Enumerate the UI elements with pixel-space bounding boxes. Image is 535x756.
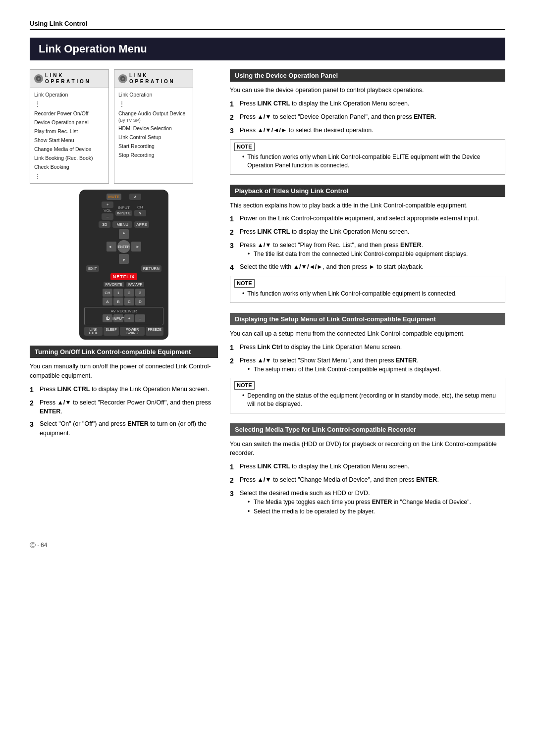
menu-panel-2: L I N K O P E R A T I O N Link Operation…	[114, 69, 193, 184]
menu-panel-1: L I N K O P E R A T I O N Link Operation…	[30, 69, 109, 184]
remote-container: MUTE ∧ + VOL – INPUT INPUT E	[30, 190, 218, 340]
menu-item: Link Operation	[30, 90, 108, 99]
power-swing-button[interactable]: POWER SWING	[120, 327, 145, 336]
num-2-button[interactable]: 2	[124, 289, 134, 297]
mute-button[interactable]: MUTE	[107, 194, 122, 200]
dpad-left-button[interactable]: ◄	[107, 242, 116, 252]
playback-step-2: 2 Press LINK CTRL to display the Link Op…	[230, 227, 505, 238]
turning-step-1: 1 Press LINK CTRL to display the Link Op…	[30, 385, 218, 395]
menu-panels-container: L I N K O P E R A T I O N Link Operation…	[30, 69, 218, 184]
section-title: Using Link Control	[30, 20, 505, 30]
menu-item: Check Booking	[30, 162, 108, 171]
menu-button[interactable]: MENU	[112, 221, 132, 228]
setup-step-1: 1 Press Link Ctrl to display the Link Op…	[230, 343, 505, 353]
playback-title: Playback of Titles Using Link Control	[230, 185, 505, 197]
num-3-button[interactable]: 3	[135, 289, 145, 297]
menu-panel-2-header: L I N K O P E R A T I O N	[114, 70, 193, 88]
abcd-row: A B C D	[84, 298, 163, 305]
turning-onoff-section: Turning On/Off Link Control-compatible E…	[30, 346, 218, 438]
av-input-button[interactable]: INPUT	[113, 314, 123, 322]
remote-control: MUTE ∧ + VOL – INPUT INPUT E	[79, 190, 168, 340]
page-footer: Ⓔ · 64	[30, 541, 505, 550]
playback-intro: This section explains how to play back a…	[230, 201, 505, 210]
playback-step-3-note: The title list data from the connected L…	[240, 250, 468, 258]
playback-step-1: 1 Power on the Link Control-compatible e…	[230, 214, 505, 224]
right-column: Using the Device Operation Panel You can…	[230, 69, 505, 526]
av-plus-button[interactable]: +	[124, 314, 134, 322]
media-step-3: 3 Select the desired media such as HDD o…	[230, 489, 505, 516]
ch-up-button[interactable]: ∧	[129, 194, 141, 200]
enter-button[interactable]: ENTER	[117, 240, 130, 253]
av-receiver-buttons: ⏻ INPUT + –	[87, 314, 161, 322]
device-step-3: 3 Press ▲/▼/◄/► to select the desired op…	[230, 126, 505, 136]
menu-apps-row: 3D MENU APPS	[84, 221, 163, 228]
d-button[interactable]: D	[135, 298, 145, 305]
setup-step-2: 2 Press ▲/▼ to select "Show Start Menu",…	[230, 356, 505, 375]
menu-item: Link Operation	[114, 90, 193, 99]
menu-item: Stop Recording	[114, 151, 193, 159]
media-step-1: 1 Press LINK CTRL to display the Link Op…	[230, 462, 505, 472]
media-step-3-note-b: Select the media to be operated by the p…	[240, 507, 471, 516]
fav-app-button[interactable]: FAV APP	[126, 282, 144, 287]
menu-item-dots-bottom: ⋮	[30, 171, 108, 181]
ch-down-button[interactable]: ∨	[134, 210, 146, 216]
menu-item-sub: (By TV SP)	[114, 118, 193, 124]
apps-button[interactable]: APPS	[134, 221, 149, 228]
menu-item-dots: ⋮	[114, 99, 193, 109]
dpad-right-button[interactable]: ►	[131, 242, 141, 252]
menu-item: Play from Rec. List	[30, 127, 108, 136]
av-minus-button[interactable]: –	[135, 314, 145, 322]
menu-panel-1-items: Link Operation ⋮ Recorder Power On/Off D…	[30, 88, 108, 183]
exit-button[interactable]: EXIT	[86, 265, 99, 272]
menu-item: Link Booking (Rec. Book)	[30, 153, 108, 162]
3d-button[interactable]: 3D	[99, 221, 110, 228]
svg-point-3	[122, 78, 124, 80]
page-header: Using Link Control	[30, 20, 505, 30]
playback-step-4: 4 Select the title with ▲/▼/◄/►, and the…	[230, 262, 505, 273]
turning-onoff-title: Turning On/Off Link Control-compatible E…	[30, 346, 218, 358]
device-panel-note: NOTE This function works only when Link …	[230, 139, 505, 175]
favorite-row: FAVORITE FAV APP	[84, 282, 163, 287]
c-button[interactable]: C	[124, 298, 134, 305]
menu-item: Start Recording	[114, 142, 193, 151]
av-receiver-label: AV RECEIVER	[87, 309, 161, 313]
setup-menu-note: NOTE Depending on the status of the equi…	[230, 378, 505, 413]
ch-button[interactable]: CH	[103, 289, 112, 297]
av-power-button[interactable]: ⏻	[103, 314, 112, 322]
menu-item: Change Media of Device	[30, 145, 108, 153]
a-button[interactable]: A	[103, 298, 112, 305]
return-button[interactable]: RETURN	[141, 265, 161, 272]
playback-note: NOTE This function works only when Link …	[230, 276, 505, 303]
netflix-button[interactable]: NETFLIX	[110, 273, 138, 280]
media-type-section: Selecting Media Type for Link Control-co…	[230, 423, 505, 517]
media-type-intro: You can switch the media (HDD or DVD) fo…	[230, 440, 505, 458]
media-type-title: Selecting Media Type for Link Control-co…	[230, 423, 505, 436]
menu-item: Recorder Power On/Off	[30, 109, 108, 118]
main-title: Link Operation Menu	[30, 38, 505, 60]
av-receiver-section: AV RECEIVER ⏻ INPUT + –	[84, 307, 163, 325]
device-step-2: 2 Press ▲/▼ to select "Device Operation …	[230, 112, 505, 123]
menu-panel-1-header: L I N K O P E R A T I O N	[30, 70, 108, 88]
exit-return-row: EXIT RETURN	[84, 265, 163, 272]
svg-point-1	[38, 78, 40, 80]
panel-2-title: L I N K O P E R A T I O N	[129, 73, 173, 85]
link-ctrl-button[interactable]: LINK CTRL	[84, 327, 103, 336]
setup-menu-note-text: Depending on the status of the equipment…	[234, 392, 501, 408]
device-step-1: 1 Press LINK CTRL to display the Link Op…	[230, 99, 505, 109]
b-button[interactable]: B	[113, 298, 123, 305]
sleep-button[interactable]: SLEEP	[104, 327, 119, 336]
dpad-down-button[interactable]: ▼	[119, 254, 129, 264]
input-e-label: INPUT E	[115, 210, 132, 216]
vol-row: + VOL – INPUT INPUT E CH ∨	[84, 202, 163, 220]
vol-down-button[interactable]: –	[102, 213, 113, 220]
panel-1-title: L I N K O P E R A T I O N	[45, 73, 89, 85]
favorite-button[interactable]: FAVORITE	[104, 282, 124, 287]
device-panel-section: Using the Device Operation Panel You can…	[230, 69, 505, 175]
menu-item: Link Control Setup	[114, 133, 193, 142]
freeze-button[interactable]: FREEZE	[146, 327, 163, 336]
menu-panel-2-items: Link Operation ⋮ Change Audio Output Dev…	[114, 88, 193, 161]
vol-up-button[interactable]: +	[102, 202, 113, 208]
num-1-button[interactable]: 1	[113, 289, 123, 297]
dpad-up-button[interactable]: ▲	[119, 229, 129, 239]
remote-top-row: MUTE ∧	[84, 194, 163, 200]
